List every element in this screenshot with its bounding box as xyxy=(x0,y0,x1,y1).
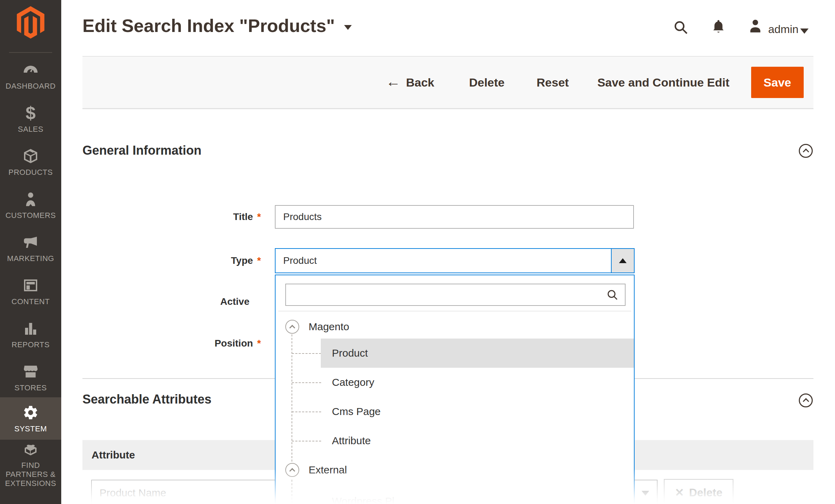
sidebar-item-content[interactable]: CONTENT xyxy=(0,273,61,309)
back-arrow-icon: ← xyxy=(386,73,400,90)
reset-button[interactable]: Reset xyxy=(536,76,569,89)
type-select[interactable]: Product xyxy=(275,248,635,273)
stores-shop-icon xyxy=(22,363,39,381)
sidebar-item-label: SALES xyxy=(18,125,43,134)
sidebar-divider xyxy=(9,52,52,53)
page-actions-toolbar: ← Back Delete Reset Save and Continue Ed… xyxy=(82,56,813,109)
partners-brick-icon xyxy=(22,441,39,458)
dropdown-search-input[interactable] xyxy=(286,284,606,305)
page-title: Edit Search Index "Products" xyxy=(82,15,352,36)
sidebar: DASHBOARD $ SALES PRODUCTS CUSTOMERS MAR… xyxy=(0,0,61,504)
searchable-attributes-heading: Searchable Attributes xyxy=(82,392,212,407)
type-select-value: Product xyxy=(276,255,317,266)
delete-x-icon: ✕ xyxy=(675,486,684,499)
active-field-label: Active xyxy=(146,294,249,309)
sidebar-item-label: MARKETING xyxy=(7,254,54,263)
sidebar-item-stores[interactable]: STORES xyxy=(0,359,61,396)
sidebar-item-reports[interactable]: REPORTS xyxy=(0,316,61,352)
position-field-label: Position * xyxy=(146,336,261,351)
reports-chart-icon xyxy=(22,319,39,338)
sidebar-item-find-partners[interactable]: FIND PARTNERS & EXTENSIONS xyxy=(0,442,61,487)
tree-connector-dash xyxy=(292,353,321,354)
sidebar-item-system[interactable]: SYSTEM xyxy=(0,397,61,440)
sidebar-item-label: DASHBOARD xyxy=(6,82,56,91)
type-select-toggle-button[interactable] xyxy=(611,249,634,273)
dropdown-search-box xyxy=(285,284,626,306)
sidebar-item-customers[interactable]: CUSTOMERS xyxy=(0,187,61,223)
tree-item-category[interactable]: Category xyxy=(321,368,634,397)
tree-item-wordpress[interactable]: Wordpress Pl xyxy=(321,487,634,504)
triangle-up-icon xyxy=(619,258,627,263)
content-layout-icon xyxy=(22,276,39,294)
triangle-down-icon xyxy=(642,491,649,496)
sidebar-item-label: CONTENT xyxy=(11,297,50,306)
tree-connector-line xyxy=(292,334,292,465)
sidebar-item-marketing[interactable]: MARKETING xyxy=(0,230,61,266)
tree-item-product[interactable]: Product xyxy=(321,339,634,368)
sidebar-item-label: SYSTEM xyxy=(14,424,47,433)
customers-person-icon xyxy=(22,190,39,208)
tree-group-magento[interactable]: Magento xyxy=(309,320,349,334)
tree-connector-dash xyxy=(292,382,321,383)
tree-item-cms-page[interactable]: Cms Page xyxy=(321,397,634,426)
tree-connector-line xyxy=(292,480,292,504)
required-asterisk: * xyxy=(257,338,261,349)
sidebar-item-label: CUSTOMERS xyxy=(6,211,56,220)
general-information-heading: General Information xyxy=(82,143,201,158)
tree-connector-dash xyxy=(292,441,321,441)
save-and-continue-button[interactable]: Save and Continue Edit xyxy=(597,76,730,89)
sidebar-item-dashboard[interactable]: DASHBOARD xyxy=(0,58,61,93)
title-input[interactable] xyxy=(275,205,634,229)
dashboard-gauge-icon xyxy=(22,61,39,79)
tree-connector-dash xyxy=(292,412,321,412)
type-field-label: Type * xyxy=(146,249,261,273)
required-asterisk: * xyxy=(257,255,261,266)
back-button[interactable]: ← Back xyxy=(386,75,434,90)
collapse-searchable-attributes-icon[interactable] xyxy=(799,393,813,407)
system-gear-icon xyxy=(22,404,39,422)
magento-logo-icon[interactable] xyxy=(0,6,61,41)
dropdown-divider xyxy=(278,311,631,311)
admin-caret-icon[interactable] xyxy=(800,29,809,34)
row-delete-button[interactable]: ✕ Delete xyxy=(664,479,733,504)
tree-item-attribute[interactable]: Attribute xyxy=(321,426,634,455)
title-caret-icon[interactable] xyxy=(344,25,352,30)
notifications-bell-icon[interactable] xyxy=(710,19,726,36)
save-button[interactable]: Save xyxy=(751,67,804,98)
sidebar-item-products[interactable]: PRODUCTS xyxy=(0,145,61,179)
sidebar-item-label: PRODUCTS xyxy=(8,168,53,177)
sidebar-item-label: STORES xyxy=(14,383,47,392)
delete-button[interactable]: Delete xyxy=(469,76,504,89)
title-field-label: Title * xyxy=(146,205,261,229)
sidebar-item-label: FIND PARTNERS & EXTENSIONS xyxy=(3,461,58,488)
admin-avatar-icon[interactable] xyxy=(747,18,763,35)
tree-collapse-external-icon[interactable] xyxy=(285,463,299,477)
tree-group-external[interactable]: External xyxy=(309,463,347,477)
tree-collapse-magento-icon[interactable] xyxy=(285,320,299,334)
type-dropdown-panel: Magento Product Category Cms Page Attrib… xyxy=(275,275,635,504)
sidebar-item-label: REPORTS xyxy=(11,340,49,349)
sales-dollar-icon: $ xyxy=(26,104,36,122)
sidebar-item-sales[interactable]: $ SALES xyxy=(0,101,61,136)
global-search-icon[interactable] xyxy=(673,19,689,37)
products-box-icon xyxy=(22,147,39,165)
marketing-megaphone-icon xyxy=(22,233,39,251)
search-icon xyxy=(606,288,619,301)
admin-user-menu[interactable]: admin xyxy=(768,23,798,36)
collapse-general-information-icon[interactable] xyxy=(799,144,813,158)
magento-admin-page: DASHBOARD $ SALES PRODUCTS CUSTOMERS MAR… xyxy=(0,0,835,504)
required-asterisk: * xyxy=(257,211,261,222)
